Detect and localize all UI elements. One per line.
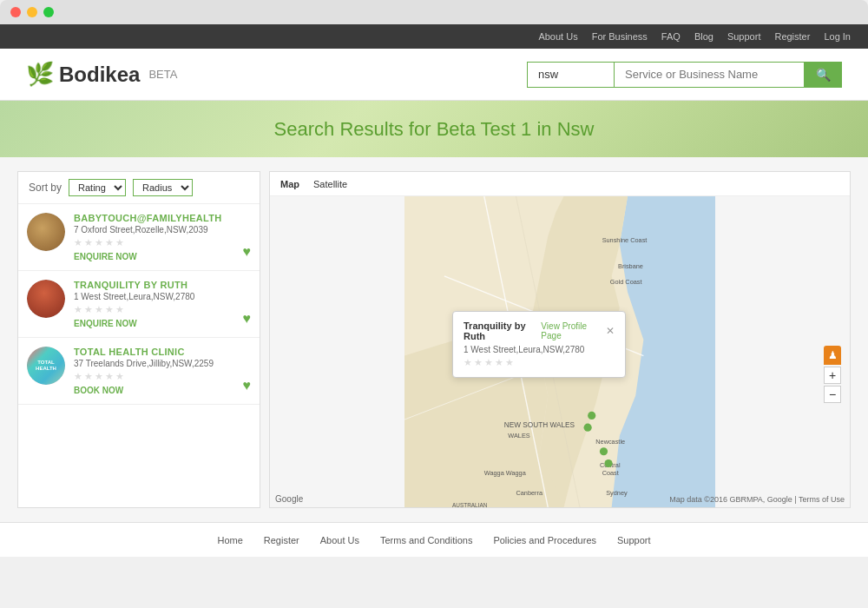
result-item: BABYTOUCH@FAMILYHEALTH 7 Oxford Street,R… bbox=[18, 204, 260, 271]
hero-title: Search Results for Beta Test 1 in Nsw bbox=[274, 118, 595, 141]
google-watermark: Google bbox=[275, 494, 303, 504]
svg-text:Wagga Wagga: Wagga Wagga bbox=[484, 469, 527, 477]
tooltip-header: Tranquility by Ruth View Profile Page ✕ bbox=[464, 321, 615, 341]
footer-about-us[interactable]: About Us bbox=[320, 535, 359, 545]
top-nav: About Us For Business FAQ Blog Support R… bbox=[0, 24, 868, 49]
topnav-support[interactable]: Support bbox=[727, 31, 761, 42]
results-panel: Sort by Rating Radius BABYTOUCH@FAMILYHE… bbox=[17, 171, 260, 508]
topnav-about-us[interactable]: About Us bbox=[538, 31, 577, 42]
svg-text:Gold Coast: Gold Coast bbox=[610, 278, 642, 286]
book-now-button[interactable]: BOOK NOW bbox=[74, 386, 123, 395]
map-tab-satellite[interactable]: Satellite bbox=[310, 177, 351, 191]
favorite-icon[interactable]: ♥ bbox=[243, 378, 252, 393]
close-icon[interactable]: ✕ bbox=[606, 325, 615, 337]
header: 🌿 Bodikea BETA 🔍 bbox=[0, 49, 868, 101]
svg-text:WALES: WALES bbox=[508, 432, 529, 439]
window-chrome bbox=[0, 0, 868, 24]
enquire-button[interactable]: ENQUIRE NOW bbox=[74, 252, 137, 261]
result-actions: ENQUIRE NOW bbox=[74, 252, 251, 261]
radius-select[interactable]: Radius bbox=[133, 179, 193, 196]
avatar-image bbox=[27, 280, 65, 318]
svg-text:AUSTRALIAN: AUSTRALIAN bbox=[452, 502, 488, 507]
footer-home[interactable]: Home bbox=[217, 535, 242, 545]
favorite-icon[interactable]: ♥ bbox=[243, 244, 252, 260]
map-tab-map[interactable]: Map bbox=[277, 177, 303, 191]
result-name: TOTAL HEALTH CLINIC bbox=[74, 347, 251, 357]
star-3: ★ bbox=[95, 237, 103, 248]
topnav-faq[interactable]: FAQ bbox=[661, 31, 681, 42]
avatar-image bbox=[27, 213, 65, 251]
search-button[interactable]: 🔍 bbox=[805, 62, 842, 88]
enquire-button[interactable]: ENQUIRE NOW bbox=[74, 319, 137, 328]
tooltip-stars: ★ ★ ★ ★ ★ bbox=[464, 357, 615, 368]
map-panel: Map Satellite Sunshine Coast Brisbane Go… bbox=[269, 171, 851, 508]
results-list: BABYTOUCH@FAMILYHEALTH 7 Oxford Street,R… bbox=[18, 204, 260, 507]
svg-text:NEW SOUTH WALES: NEW SOUTH WALES bbox=[504, 421, 575, 429]
result-info: TOTAL HEALTH CLINIC 37 Treelands Drive,J… bbox=[74, 347, 251, 395]
sort-by-select[interactable]: Rating bbox=[69, 179, 126, 196]
topnav-login[interactable]: Log In bbox=[824, 31, 851, 42]
result-stars: ★ ★ ★ ★ ★ bbox=[74, 304, 251, 315]
avatar bbox=[27, 280, 65, 318]
avatar bbox=[27, 213, 65, 251]
star-3: ★ bbox=[95, 371, 103, 382]
star-1: ★ bbox=[464, 357, 472, 368]
close-dot[interactable] bbox=[10, 7, 21, 17]
topnav-blog[interactable]: Blog bbox=[694, 31, 713, 42]
svg-text:Sydney: Sydney bbox=[606, 489, 628, 497]
star-4: ★ bbox=[105, 237, 114, 248]
star-5: ★ bbox=[115, 371, 124, 382]
tooltip-profile-link[interactable]: View Profile Page bbox=[541, 321, 602, 340]
star-1: ★ bbox=[74, 237, 82, 248]
result-address: 1 West Street,Leura,NSW,2780 bbox=[74, 292, 251, 301]
result-address: 7 Oxford Street,Rozelle,NSW,2039 bbox=[74, 225, 251, 235]
star-5: ★ bbox=[115, 237, 124, 248]
main-content: Sort by Rating Radius BABYTOUCH@FAMILYHE… bbox=[0, 157, 868, 522]
favorite-icon[interactable]: ♥ bbox=[243, 311, 252, 327]
result-actions: BOOK NOW bbox=[74, 386, 251, 395]
search-location-input[interactable] bbox=[527, 62, 614, 88]
avatar-image: TOTALHEALTH bbox=[27, 347, 65, 385]
star-5: ★ bbox=[115, 304, 124, 315]
map-tooltip: Tranquility by Ruth View Profile Page ✕ … bbox=[452, 311, 626, 378]
star-4: ★ bbox=[105, 304, 114, 315]
star-2: ★ bbox=[474, 357, 483, 368]
star-2: ★ bbox=[84, 237, 93, 248]
svg-text:Newcastle: Newcastle bbox=[595, 438, 625, 446]
zoom-in-button[interactable]: + bbox=[824, 367, 841, 384]
footer-terms[interactable]: Terms and Conditions bbox=[380, 535, 472, 545]
star-3: ★ bbox=[95, 304, 103, 315]
pegman-figure: ♟ bbox=[828, 349, 838, 361]
search-service-input[interactable] bbox=[614, 62, 805, 88]
svg-text:Canberra: Canberra bbox=[516, 489, 543, 497]
fullscreen-dot[interactable] bbox=[43, 7, 54, 17]
pegman-icon[interactable]: ♟ bbox=[824, 346, 841, 365]
zoom-controls: ♟ + − bbox=[824, 346, 841, 403]
result-item: TRANQUILITY BY RUTH 1 West Street,Leura,… bbox=[18, 271, 260, 338]
star-1: ★ bbox=[74, 304, 82, 315]
result-actions: ENQUIRE NOW bbox=[74, 319, 251, 328]
result-stars: ★ ★ ★ ★ ★ bbox=[74, 237, 251, 248]
svg-text:Brisbane: Brisbane bbox=[618, 262, 643, 270]
result-name: TRANQUILITY BY RUTH bbox=[74, 280, 251, 290]
map-controls: Map Satellite bbox=[270, 172, 850, 196]
logo-leaf-icon: 🌿 bbox=[26, 61, 54, 88]
hero-banner: Search Results for Beta Test 1 in Nsw bbox=[0, 101, 868, 157]
footer-policies[interactable]: Policies and Procedures bbox=[493, 535, 596, 545]
star-5: ★ bbox=[505, 357, 514, 368]
topnav-for-business[interactable]: For Business bbox=[592, 31, 648, 42]
topnav-register[interactable]: Register bbox=[774, 31, 810, 42]
star-2: ★ bbox=[84, 371, 93, 382]
star-4: ★ bbox=[495, 357, 503, 368]
sort-bar: Sort by Rating Radius bbox=[18, 172, 260, 204]
avatar: TOTALHEALTH bbox=[27, 347, 65, 385]
zoom-out-button[interactable]: − bbox=[824, 386, 841, 403]
svg-text:Sunshine Coast: Sunshine Coast bbox=[602, 236, 648, 244]
logo-name: Bodikea bbox=[59, 63, 140, 87]
star-1: ★ bbox=[74, 371, 82, 382]
svg-point-22 bbox=[604, 459, 612, 467]
footer-support[interactable]: Support bbox=[617, 535, 651, 545]
footer-register[interactable]: Register bbox=[264, 535, 299, 545]
minimize-dot[interactable] bbox=[27, 7, 37, 17]
star-4: ★ bbox=[105, 371, 114, 382]
